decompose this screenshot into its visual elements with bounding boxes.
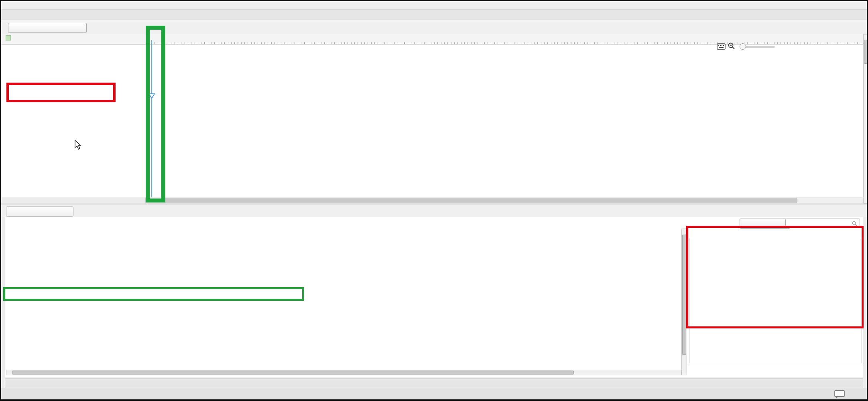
timeline-cursor-line[interactable] <box>151 40 152 197</box>
menu-bar <box>1 1 867 10</box>
table-hscrollbar-thumb[interactable] <box>12 371 574 375</box>
table-vscrollbar[interactable] <box>681 229 687 375</box>
filter-field-selector[interactable] <box>740 219 790 229</box>
mouse-cursor <box>74 140 83 152</box>
ruler-corner <box>1 34 145 45</box>
timeline-ruler[interactable] <box>145 34 863 45</box>
tab-bar <box>1 10 867 20</box>
timeline-vscrollbar[interactable] <box>863 34 868 204</box>
scroll-right-icon[interactable] <box>858 198 863 203</box>
scroll-down-icon[interactable] <box>682 370 687 375</box>
keyboard-shortcuts-icon[interactable] <box>717 43 726 51</box>
search-icon <box>852 221 858 228</box>
zoom-slider-handle[interactable] <box>740 43 746 50</box>
sampling-point-marker[interactable] <box>148 93 155 101</box>
timeline-corner-swatch <box>6 35 11 41</box>
scroll-left-icon[interactable] <box>6 370 11 375</box>
search-input[interactable] <box>787 219 851 227</box>
table-hscrollbar[interactable] <box>6 370 681 375</box>
timeline-toolbar <box>1 20 867 34</box>
scroll-up-icon[interactable] <box>863 34 868 39</box>
search-box <box>785 219 860 228</box>
timeline-hscrollbar[interactable] <box>145 198 863 203</box>
table-vscrollbar-thumb[interactable] <box>682 235 686 355</box>
events-view-selector[interactable] <box>6 207 73 217</box>
ruler-minor-ticks <box>154 42 863 44</box>
scroll-left-icon[interactable] <box>146 198 150 203</box>
messages-panel-icon[interactable] <box>834 390 846 400</box>
timeline-view-selector[interactable] <box>8 23 87 33</box>
events-bar <box>1 205 867 217</box>
timeline-hscrollbar-thumb[interactable] <box>151 198 797 203</box>
timeline-vscrollbar-thumb[interactable] <box>864 40 867 64</box>
timeline-track-background <box>1 44 863 197</box>
scroll-down-icon[interactable] <box>863 198 868 203</box>
app-window <box>0 0 868 401</box>
scroll-up-icon[interactable] <box>682 229 687 234</box>
zoom-out-icon[interactable] <box>728 42 736 52</box>
description-panel <box>689 238 862 363</box>
scroll-right-icon[interactable] <box>676 370 681 375</box>
status-bar <box>1 388 867 399</box>
output-messages-bar[interactable] <box>5 379 863 388</box>
